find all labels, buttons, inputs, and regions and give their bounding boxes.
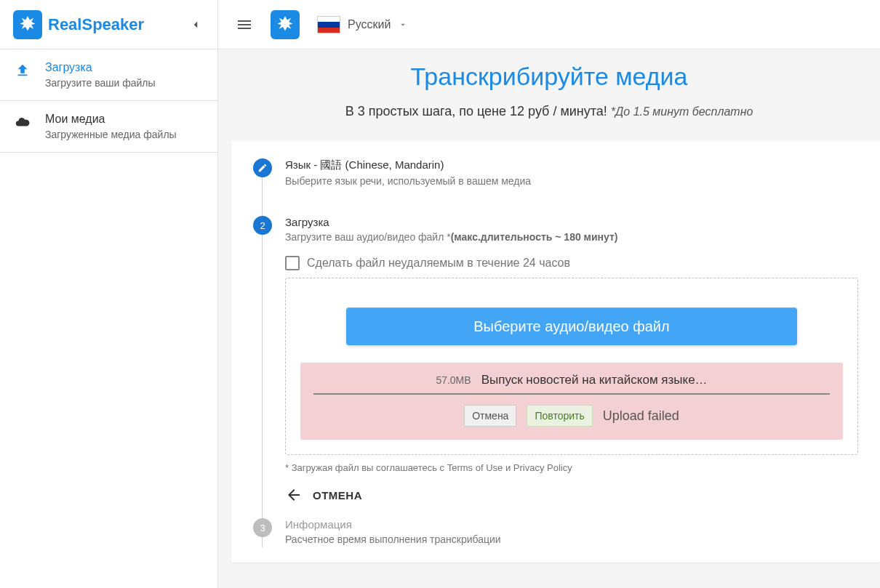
step-number: 3 — [253, 518, 272, 537]
logo-icon — [13, 10, 42, 39]
file-row: 57.0MB Выпуск новостей на китайском язык… — [300, 363, 843, 440]
sidebar-collapse-button[interactable] — [187, 16, 204, 33]
step-info: 3 Информация Расчетное время выполнения … — [253, 518, 858, 545]
sidebar-item-label: Мои медиа — [45, 113, 177, 126]
file-name: Выпуск новостей на китайском языке… — [481, 373, 708, 387]
page-subtitle: В 3 простых шага, по цене 12 руб / минут… — [218, 104, 880, 119]
chevron-down-icon — [398, 20, 408, 30]
retry-upload-button[interactable]: Повторить — [527, 405, 592, 427]
menu-button[interactable] — [236, 16, 253, 33]
step-language[interactable]: Язык - 國語 (Chinese, Mandarin) Выберите я… — [253, 158, 858, 216]
step-title: Загрузка — [285, 216, 858, 228]
step-upload: 2 Загрузка Загрузите ваш аудио/видео фай… — [253, 216, 858, 518]
steps-card: Язык - 國語 (Chinese, Mandarin) Выберите я… — [231, 141, 880, 563]
page-title: Транскрибируйте медиа — [218, 63, 880, 91]
cancel-upload-button[interactable]: Отмена — [464, 405, 516, 427]
file-size: 57.0MB — [436, 374, 471, 386]
sidebar-item-sub: Загрузите ваши файлы — [45, 77, 156, 89]
edit-icon — [253, 158, 272, 177]
sidebar-item-label: Загрузка — [45, 61, 156, 74]
language-label: Русский — [348, 18, 391, 31]
brand-logo[interactable]: RealSpeaker — [13, 10, 187, 39]
language-selector[interactable]: Русский — [317, 16, 408, 33]
terms-text: * Загружая файл вы соглашаетесь с Terms … — [285, 462, 858, 473]
keep-file-checkbox[interactable] — [285, 256, 300, 270]
upload-status: Upload failed — [603, 408, 679, 424]
upload-icon — [15, 63, 32, 81]
cloud-icon — [15, 114, 32, 133]
upload-dropzone[interactable]: Выберите аудио/видео файл 57.0MB Выпуск … — [285, 278, 858, 455]
main: Русский Транскрибируйте медиа В 3 просты… — [218, 0, 880, 588]
sidebar-header: RealSpeaker — [0, 0, 217, 49]
sidebar: RealSpeaker Загрузка Загрузите ваши файл… — [0, 0, 218, 588]
step-number: 2 — [253, 216, 272, 235]
content: Транскрибируйте медиа В 3 простых шага, … — [218, 49, 880, 588]
back-button[interactable]: ОТМЕНА — [285, 486, 858, 504]
app-icon[interactable] — [271, 10, 300, 39]
step-title: Информация — [285, 518, 858, 531]
flag-icon — [317, 16, 340, 33]
step-desc: Выберите язык речи, используемый в вашем… — [285, 175, 858, 187]
step-desc: Расчетное время выполнения транскрибации — [285, 533, 858, 545]
sidebar-item-sub: Загруженные медиа файлы — [45, 129, 177, 140]
brand-name: RealSpeaker — [48, 15, 144, 34]
sidebar-item-upload[interactable]: Загрузка Загрузите ваши файлы — [0, 49, 217, 101]
step-title: Язык - 國語 (Chinese, Mandarin) — [285, 158, 858, 172]
upload-progress — [313, 393, 830, 395]
sidebar-item-my-media[interactable]: Мои медиа Загруженные медиа файлы — [0, 101, 217, 153]
topbar: Русский — [218, 0, 880, 49]
privacy-policy-link[interactable]: Privacy Policy — [513, 462, 572, 473]
keep-file-checkbox-row: Сделать файл неудаляемым в течение 24 ча… — [285, 256, 858, 270]
step-desc: Загрузите ваш аудио/видео файл *(макс.дл… — [285, 231, 858, 243]
hero: Транскрибируйте медиа В 3 простых шага, … — [218, 49, 880, 128]
back-label: ОТМЕНА — [313, 489, 362, 502]
choose-file-button[interactable]: Выберите аудио/видео файл — [346, 307, 797, 345]
terms-of-use-link[interactable]: Terms of Use — [447, 462, 503, 473]
arrow-left-icon — [285, 486, 303, 504]
keep-file-label: Сделать файл неудаляемым в течение 24 ча… — [307, 257, 570, 270]
